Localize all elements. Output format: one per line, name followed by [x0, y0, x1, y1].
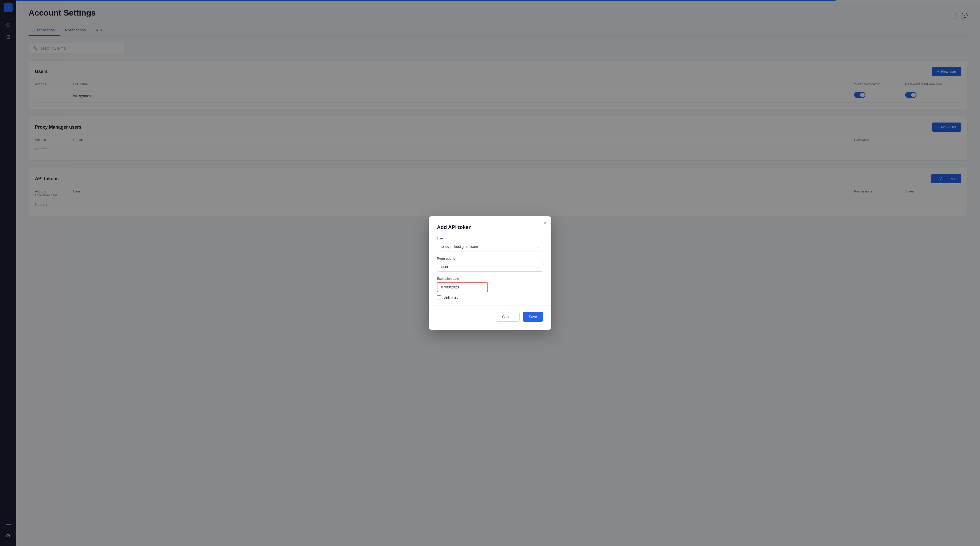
user-form-group: User terieyenike@gmail.com [437, 236, 543, 252]
modal-close-button[interactable]: ✕ [543, 220, 547, 226]
unlimited-label: Unlimited [444, 295, 458, 299]
permissions-select-wrapper: User Admin Read-only [437, 262, 543, 272]
unlimited-row: Unlimited [437, 295, 543, 299]
modal-overlay: Add API token ✕ User terieyenike@gmail.c… [0, 0, 980, 546]
user-select[interactable]: terieyenike@gmail.com [437, 242, 543, 252]
unlimited-checkbox[interactable] [437, 295, 441, 299]
permissions-select[interactable]: User Admin Read-only [437, 262, 543, 272]
modal-divider [429, 306, 551, 306]
expiration-form-group: Expiration date Unlimited [437, 277, 543, 299]
modal-actions: Cancel Save [437, 312, 543, 322]
user-label: User [437, 236, 543, 240]
expiration-label: Expiration date [437, 277, 543, 280]
user-select-wrapper: terieyenike@gmail.com [437, 242, 543, 252]
expiration-date-input[interactable] [437, 282, 488, 292]
permissions-label: Permissions [437, 256, 543, 260]
modal-title: Add API token [437, 224, 543, 230]
permissions-form-group: Permissions User Admin Read-only [437, 256, 543, 272]
add-api-token-modal: Add API token ✕ User terieyenike@gmail.c… [429, 216, 551, 330]
cancel-button[interactable]: Cancel [496, 312, 520, 322]
save-button[interactable]: Save [523, 312, 543, 322]
